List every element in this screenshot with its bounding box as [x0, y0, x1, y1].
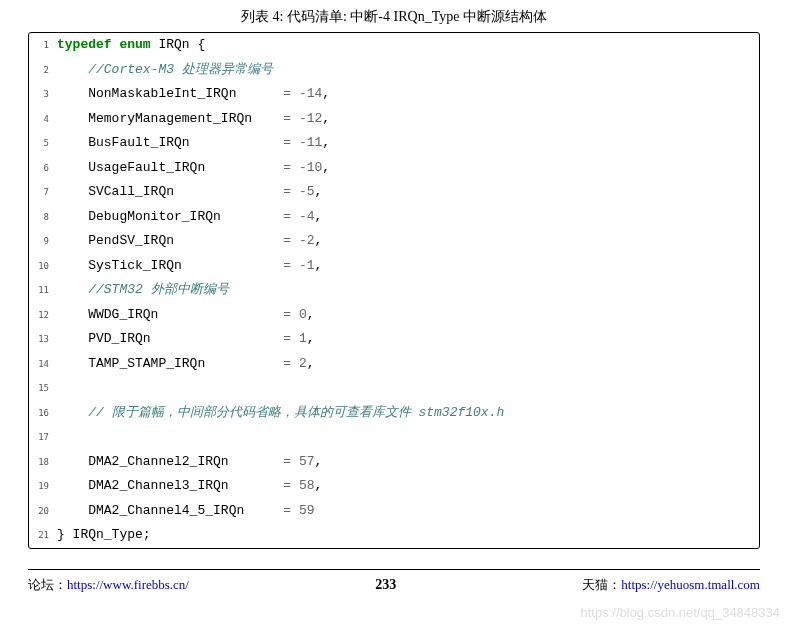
line-number: 3 — [29, 82, 55, 107]
tmall-label: 天猫： — [582, 577, 621, 592]
forum-label: 论坛： — [28, 577, 67, 592]
code-content: MemoryManagement_IRQn = -12, — [55, 107, 759, 132]
line-number: 14 — [29, 352, 55, 377]
line-number: 18 — [29, 450, 55, 475]
code-line: 14 TAMP_STAMP_IRQn = 2, — [29, 352, 759, 377]
line-number: 2 — [29, 58, 55, 83]
code-content: SysTick_IRQn = -1, — [55, 254, 759, 279]
code-line: 13 PVD_IRQn = 1, — [29, 327, 759, 352]
line-number: 13 — [29, 327, 55, 352]
code-line: 4 MemoryManagement_IRQn = -12, — [29, 107, 759, 132]
forum-link-wrap: 论坛：https://www.firebbs.cn/ — [28, 576, 189, 594]
code-content: } IRQn_Type; — [55, 523, 759, 548]
code-listing: 1typedef enum IRQn {2 //Cortex-M3 处理器异常编… — [28, 32, 760, 549]
line-number: 8 — [29, 205, 55, 230]
code-content: TAMP_STAMP_IRQn = 2, — [55, 352, 759, 377]
line-number: 16 — [29, 401, 55, 426]
line-number: 19 — [29, 474, 55, 499]
code-content: // 限于篇幅，中间部分代码省略，具体的可查看库文件 stm32f10x.h — [55, 401, 759, 426]
code-line: 3 NonMaskableInt_IRQn = -14, — [29, 82, 759, 107]
code-line: 18 DMA2_Channel2_IRQn = 57, — [29, 450, 759, 475]
line-number: 11 — [29, 278, 55, 303]
code-line: 15 — [29, 376, 759, 401]
line-number: 7 — [29, 180, 55, 205]
code-line: 7 SVCall_IRQn = -5, — [29, 180, 759, 205]
code-content: //Cortex-M3 处理器异常编号 — [55, 58, 759, 83]
code-line: 20 DMA2_Channel4_5_IRQn = 59 — [29, 499, 759, 524]
page-number: 233 — [375, 577, 396, 593]
code-content: PendSV_IRQn = -2, — [55, 229, 759, 254]
line-number: 15 — [29, 376, 55, 401]
code-line: 11 //STM32 外部中断编号 — [29, 278, 759, 303]
line-number: 21 — [29, 523, 55, 548]
code-line: 12 WWDG_IRQn = 0, — [29, 303, 759, 328]
code-line: 8 DebugMonitor_IRQn = -4, — [29, 205, 759, 230]
code-line: 2 //Cortex-M3 处理器异常编号 — [29, 58, 759, 83]
line-number: 20 — [29, 499, 55, 524]
code-line: 19 DMA2_Channel3_IRQn = 58, — [29, 474, 759, 499]
line-number: 17 — [29, 425, 55, 450]
code-line: 9 PendSV_IRQn = -2, — [29, 229, 759, 254]
line-number: 10 — [29, 254, 55, 279]
line-number: 4 — [29, 107, 55, 132]
code-line: 1typedef enum IRQn { — [29, 33, 759, 58]
code-content: SVCall_IRQn = -5, — [55, 180, 759, 205]
code-line: 10 SysTick_IRQn = -1, — [29, 254, 759, 279]
code-content: NonMaskableInt_IRQn = -14, — [55, 82, 759, 107]
code-content: DMA2_Channel3_IRQn = 58, — [55, 474, 759, 499]
code-content: DebugMonitor_IRQn = -4, — [55, 205, 759, 230]
line-number: 12 — [29, 303, 55, 328]
code-line: 5 BusFault_IRQn = -11, — [29, 131, 759, 156]
code-content: DMA2_Channel4_5_IRQn = 59 — [55, 499, 759, 524]
watermark: https://blog.csdn.net/qq_34848334 — [581, 605, 781, 620]
listing-title: 列表 4: 代码清单: 中断-4 IRQn_Type 中断源结构体 — [28, 8, 760, 26]
line-number: 5 — [29, 131, 55, 156]
code-line: 17 — [29, 425, 759, 450]
code-line: 6 UsageFault_IRQn = -10, — [29, 156, 759, 181]
code-content: typedef enum IRQn { — [55, 33, 759, 58]
tmall-link[interactable]: https://yehuosm.tmall.com — [621, 577, 760, 592]
code-content: PVD_IRQn = 1, — [55, 327, 759, 352]
code-content: UsageFault_IRQn = -10, — [55, 156, 759, 181]
code-content: WWDG_IRQn = 0, — [55, 303, 759, 328]
page-footer: 论坛：https://www.firebbs.cn/ 233 天猫：https:… — [28, 569, 760, 594]
tmall-link-wrap: 天猫：https://yehuosm.tmall.com — [582, 576, 760, 594]
code-content: //STM32 外部中断编号 — [55, 278, 759, 303]
line-number: 6 — [29, 156, 55, 181]
line-number: 1 — [29, 33, 55, 58]
code-line: 21} IRQn_Type; — [29, 523, 759, 548]
line-number: 9 — [29, 229, 55, 254]
code-line: 16 // 限于篇幅，中间部分代码省略，具体的可查看库文件 stm32f10x.… — [29, 401, 759, 426]
forum-link[interactable]: https://www.firebbs.cn/ — [67, 577, 189, 592]
code-content: BusFault_IRQn = -11, — [55, 131, 759, 156]
code-content: DMA2_Channel2_IRQn = 57, — [55, 450, 759, 475]
